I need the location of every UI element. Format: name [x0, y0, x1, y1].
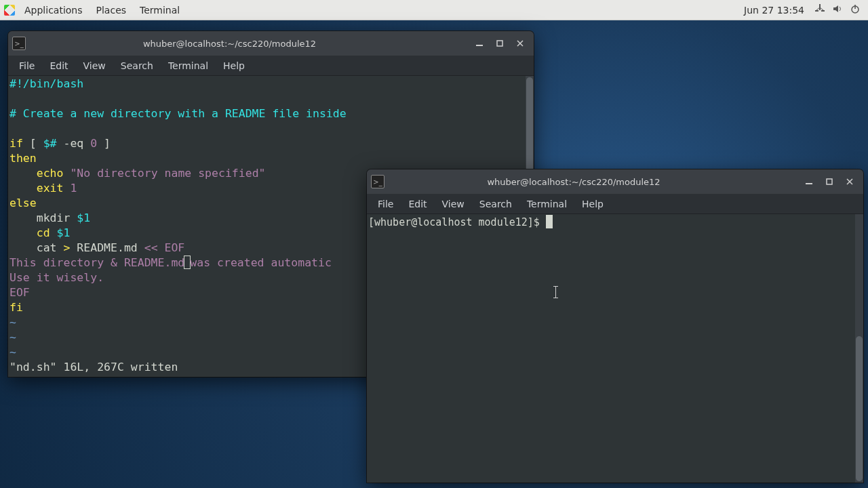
menu-file[interactable]: File	[12, 58, 41, 73]
tok: README.md	[70, 241, 144, 254]
menu-edit[interactable]: Edit	[401, 197, 433, 211]
line: # Create a new directory with a README f…	[9, 107, 347, 120]
svg-rect-2	[821, 10, 825, 12]
titlebar[interactable]: >_ whuber@localhost:~/csc220/module12	[8, 31, 534, 56]
close-button[interactable]	[511, 35, 530, 52]
tok: cd	[37, 226, 50, 239]
maximize-button[interactable]	[820, 173, 839, 190]
tok: $#	[43, 137, 57, 150]
tok: mkdir	[9, 211, 77, 224]
tok: was created automatic	[190, 256, 332, 269]
line: Use it wisely.	[9, 271, 104, 284]
volume-icon[interactable]	[829, 1, 846, 18]
tok: << EOF	[144, 241, 185, 254]
tok: "No directory name specified"	[70, 167, 265, 180]
svg-rect-5	[854, 5, 856, 9]
tok: 0	[90, 137, 97, 150]
minimize-button[interactable]	[470, 35, 489, 52]
svg-rect-0	[819, 4, 821, 7]
tok: exit	[37, 182, 64, 195]
power-icon[interactable]	[846, 1, 864, 18]
line: #!/bin/bash	[9, 77, 83, 90]
svg-rect-1	[815, 10, 818, 12]
line: then	[9, 152, 37, 165]
tok: $1	[57, 226, 71, 239]
tok: -eq	[57, 137, 91, 150]
window-title: whuber@localhost:~/csc220/module12	[389, 177, 800, 187]
tok: >	[63, 241, 70, 254]
tilde-line: ~	[9, 316, 16, 329]
scrollbar-thumb[interactable]	[856, 336, 863, 481]
activities-icon	[4, 5, 15, 16]
line: EOF	[9, 286, 30, 299]
applications-menu[interactable]: Applications	[18, 2, 90, 18]
tok	[64, 167, 71, 180]
menubar: File Edit View Search Terminal Help	[8, 56, 534, 76]
shell-prompt: [whuber@localhost module12]$	[368, 216, 546, 228]
menubar: File Edit View Search Terminal Help	[367, 194, 863, 214]
terminal-window-shell: >_ whuber@localhost:~/csc220/module12 Fi…	[367, 169, 863, 483]
svg-rect-7	[497, 41, 502, 46]
tok	[9, 182, 37, 195]
menu-edit[interactable]: Edit	[43, 58, 75, 73]
tok: $1	[77, 211, 90, 224]
tok: if	[9, 137, 23, 150]
tilde-line: ~	[9, 331, 16, 344]
tok: This directory & README.md	[9, 256, 184, 269]
terminal-app-menu[interactable]: Terminal	[133, 2, 186, 18]
minimize-button[interactable]	[800, 173, 818, 190]
tok	[64, 182, 71, 195]
menu-view[interactable]: View	[77, 58, 113, 73]
window-title: whuber@localhost:~/csc220/module12	[30, 39, 470, 49]
tok: echo	[37, 167, 64, 180]
tok: ]	[97, 137, 111, 150]
menu-terminal[interactable]: Terminal	[161, 58, 215, 73]
tok: cat	[9, 241, 63, 254]
terminal-icon: >_	[371, 175, 384, 188]
shell-body[interactable]: [whuber@localhost module12]$	[367, 214, 863, 483]
tok	[9, 226, 37, 239]
vim-status-line: "nd.sh" 16L, 267C written	[9, 361, 178, 373]
network-icon[interactable]	[811, 1, 829, 18]
line: fi	[9, 301, 23, 314]
close-button[interactable]	[840, 173, 859, 190]
menu-search[interactable]: Search	[114, 58, 160, 73]
menu-file[interactable]: File	[371, 197, 400, 211]
text-cursor-ibeam-icon	[555, 286, 556, 298]
clock[interactable]: Jun 27 13:54	[737, 2, 811, 18]
svg-rect-9	[827, 179, 832, 184]
svg-rect-8	[806, 183, 812, 184]
maximize-button[interactable]	[490, 35, 509, 52]
tok	[9, 167, 37, 180]
line: else	[9, 197, 37, 209]
menu-help[interactable]: Help	[216, 58, 252, 73]
tok: [	[23, 137, 43, 150]
block-cursor-icon	[546, 215, 553, 228]
scrollbar[interactable]	[855, 214, 863, 483]
svg-rect-6	[476, 45, 483, 46]
menu-help[interactable]: Help	[575, 197, 610, 211]
tok	[50, 226, 57, 239]
menu-search[interactable]: Search	[473, 197, 519, 211]
titlebar[interactable]: >_ whuber@localhost:~/csc220/module12	[367, 169, 863, 194]
menu-terminal[interactable]: Terminal	[520, 197, 574, 211]
tilde-line: ~	[9, 346, 16, 359]
places-menu[interactable]: Places	[90, 2, 134, 18]
terminal-icon: >_	[12, 37, 26, 50]
menu-view[interactable]: View	[435, 197, 471, 211]
tok: 1	[70, 182, 77, 195]
gnome-top-panel: Applications Places Terminal Jun 27 13:5…	[0, 0, 868, 20]
